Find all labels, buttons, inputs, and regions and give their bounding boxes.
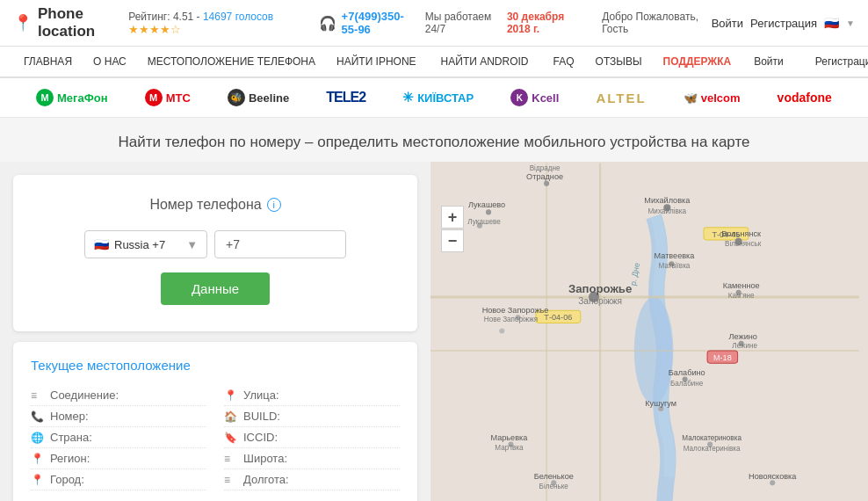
field-country: 🌐 Страна: bbox=[31, 427, 206, 448]
field-latitude: ≡ Широта: bbox=[224, 448, 400, 469]
zoom-in-button[interactable]: + bbox=[441, 206, 464, 229]
header-register-link[interactable]: Регистрация bbox=[750, 17, 817, 30]
svg-text:Кушугум: Кушугум bbox=[645, 399, 676, 408]
stars: ★★★★☆ bbox=[128, 23, 181, 36]
latitude-icon: ≡ bbox=[224, 453, 238, 465]
svg-text:Беленькое: Беленькое bbox=[534, 472, 574, 481]
operator-beeline[interactable]: 🐝 Beeline bbox=[228, 89, 289, 106]
field-city: 📍 Город: bbox=[31, 469, 206, 490]
submit-button[interactable]: Данные bbox=[161, 272, 270, 305]
header-right: Войти Регистрация 🇷🇺 ▼ bbox=[712, 16, 855, 30]
mts-icon: М bbox=[145, 89, 163, 106]
svg-text:Балабино: Балабино bbox=[669, 368, 705, 377]
nav-support[interactable]: ПОДДЕРЖКА bbox=[653, 47, 742, 76]
map-zoom-controls: + − bbox=[441, 206, 464, 252]
svg-text:Лежине: Лежине bbox=[732, 342, 757, 350]
zoom-out-button[interactable]: − bbox=[441, 229, 464, 252]
field-number: 📞 Номер: bbox=[31, 406, 206, 427]
phone-number[interactable]: +7(499)350-55-96 bbox=[342, 10, 420, 36]
nav-home[interactable]: ГЛАВНАЯ bbox=[13, 47, 83, 76]
svg-text:Кам'яне: Кам'яне bbox=[728, 292, 755, 300]
velcom-icon: 🦋 bbox=[684, 91, 698, 105]
region-pin-icon: 📍 bbox=[31, 453, 45, 465]
working-hours: Мы работаем 24/7 bbox=[425, 11, 502, 35]
svg-text:Матвіївка: Матвіївка bbox=[659, 262, 691, 270]
phone-icon: 📞 bbox=[31, 410, 45, 423]
location-fields-right: 📍 Улица: 🏠 BUILD: 🔖 ICCID: ≡ Широта: bbox=[224, 385, 400, 490]
phone-input-row: 🇷🇺 Russia +7 ▼ bbox=[40, 230, 391, 258]
nav-find-iphone[interactable]: НАЙТИ IPHONE bbox=[326, 47, 430, 76]
nav-about[interactable]: О НАС bbox=[83, 47, 137, 76]
left-panel: Номер телефона i 🇷🇺 Russia +7 ▼ Данные Т… bbox=[0, 162, 430, 501]
phone-form-card: Номер телефона i 🇷🇺 Russia +7 ▼ Данные bbox=[13, 175, 417, 331]
svg-text:Балабине: Балабине bbox=[670, 380, 704, 388]
svg-text:Отрадное: Отрадное bbox=[526, 172, 563, 181]
rating-votes-link[interactable]: 14697 голосов bbox=[203, 11, 273, 23]
operator-vodafone[interactable]: vodafone bbox=[778, 91, 832, 105]
nav-find-android[interactable]: НАЙТИ ANDROID bbox=[430, 47, 543, 76]
svg-text:Малокатеринівка: Малокатеринівка bbox=[684, 445, 741, 453]
operator-altel[interactable]: ALTEL bbox=[596, 91, 646, 105]
svg-point-12 bbox=[544, 181, 549, 186]
operators-bar: М МегаФон М МТС 🐝 Beeline TELE2 ✳ КИЇВСТ… bbox=[0, 78, 868, 118]
megafon-icon: М bbox=[36, 89, 54, 106]
svg-text:Відрадне: Відрадне bbox=[530, 164, 561, 172]
language-flag[interactable]: 🇷🇺 bbox=[824, 16, 839, 30]
svg-text:Марьевка: Марьевка bbox=[491, 433, 529, 442]
map-container[interactable]: Т-04-06 Т-04-45 М-18 bbox=[430, 162, 868, 501]
field-connection: ≡ Соединение: bbox=[31, 385, 206, 406]
svg-text:Михайлівка: Михайлівка bbox=[648, 207, 687, 215]
operator-kcell[interactable]: K Kcell bbox=[510, 89, 559, 106]
kcell-icon: K bbox=[510, 89, 528, 106]
svg-point-13 bbox=[486, 209, 491, 214]
svg-text:Михайловка: Михайловка bbox=[644, 196, 691, 205]
operator-velcom[interactable]: 🦋 velcom bbox=[684, 91, 741, 105]
operator-tele2[interactable]: TELE2 bbox=[326, 90, 365, 105]
logo-pin-icon: 📍 bbox=[13, 13, 33, 33]
dropdown-arrow-icon: ▼ bbox=[186, 238, 198, 251]
operator-kyivstar[interactable]: ✳ КИЇВСТАР bbox=[402, 90, 474, 105]
svg-text:Запорожье: Запорожье bbox=[568, 282, 632, 295]
phone-number-input[interactable] bbox=[214, 230, 346, 258]
nav-auth-area: Войти Регистрация 🇷🇺 bbox=[741, 50, 868, 73]
location-fields-left: ≡ Соединение: 📞 Номер: 🌐 Страна: 📍 Регио… bbox=[31, 385, 206, 490]
svg-text:Нове Запоріжжя: Нове Запоріжжя bbox=[484, 316, 538, 323]
header-login-link[interactable]: Войти bbox=[712, 17, 743, 30]
headset-icon: 🎧 bbox=[319, 15, 336, 32]
language-dropdown-arrow[interactable]: ▼ bbox=[846, 18, 855, 28]
nav-register-btn[interactable]: Регистрация bbox=[803, 50, 868, 73]
svg-text:Малокатериновка: Малокатериновка bbox=[682, 434, 741, 442]
svg-point-20 bbox=[499, 329, 504, 334]
svg-text:Вільнянськ: Вільнянськ bbox=[725, 240, 762, 248]
longitude-icon: ≡ bbox=[224, 474, 238, 486]
current-date: 30 декабря 2018 г. bbox=[507, 11, 586, 35]
operator-mts[interactable]: М МТС bbox=[145, 89, 191, 106]
kyivstar-icon: ✳ bbox=[402, 90, 414, 105]
field-street: 📍 Улица: bbox=[224, 385, 400, 406]
svg-text:Лежино: Лежино bbox=[729, 332, 757, 341]
nav-login-btn[interactable]: Войти bbox=[741, 50, 796, 73]
map-panel[interactable]: Т-04-06 Т-04-45 М-18 bbox=[430, 162, 868, 501]
svg-text:Каменное: Каменное bbox=[723, 281, 760, 290]
operator-megafon[interactable]: М МегаФон bbox=[36, 89, 108, 106]
location-card: Текущее местоположение ≡ Соединение: 📞 Н… bbox=[13, 342, 417, 501]
header: 📍 Phone location Рейтинг: 4.51 - 14697 г… bbox=[0, 0, 868, 47]
nav-reviews[interactable]: ОТЗЫВЫ bbox=[585, 47, 653, 76]
location-title: Текущее местоположение bbox=[31, 358, 400, 373]
svg-text:Матвеевка: Матвеевка bbox=[655, 251, 696, 260]
welcome-message: Добро Пожаловать, Гость bbox=[602, 11, 712, 35]
country-select[interactable]: 🇷🇺 Russia +7 ▼ bbox=[84, 230, 207, 258]
rating-label: Рейтинг: 4.51 - 14697 голосов ★★★★☆ bbox=[128, 11, 302, 36]
nav-phone-location[interactable]: МЕСТОПОЛОЖЕНИЕ ТЕЛЕФОНА bbox=[137, 47, 326, 76]
field-region: 📍 Регион: bbox=[31, 448, 206, 469]
header-center: Рейтинг: 4.51 - 14697 голосов ★★★★☆ 🎧 +7… bbox=[128, 10, 712, 36]
field-build: 🏠 BUILD: bbox=[224, 406, 400, 427]
info-icon[interactable]: i bbox=[267, 198, 281, 212]
svg-text:Новое Запорожье: Новое Запорожье bbox=[482, 306, 549, 315]
map-svg: Т-04-06 Т-04-45 М-18 bbox=[430, 162, 868, 501]
site-logo-text: Phone location bbox=[38, 5, 128, 40]
beeline-icon: 🐝 bbox=[228, 89, 245, 106]
nav-faq[interactable]: FAQ bbox=[543, 47, 585, 76]
svg-text:Біленьке: Біленьке bbox=[539, 483, 569, 490]
globe-icon: 🌐 bbox=[31, 432, 45, 444]
